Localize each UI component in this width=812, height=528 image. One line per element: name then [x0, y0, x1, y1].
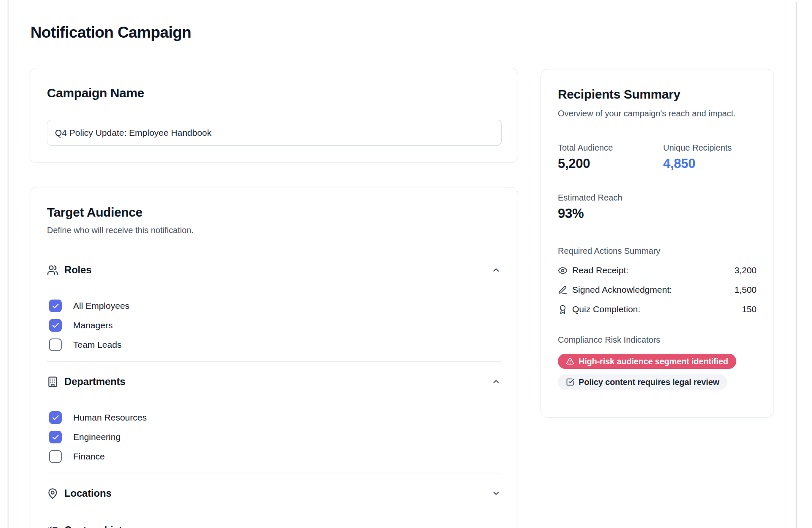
- map-pin-icon: [47, 488, 58, 499]
- award-icon: [558, 305, 568, 314]
- checkbox-all-employees[interactable]: [49, 300, 62, 312]
- compliance-label: Compliance Risk Indicators: [558, 334, 757, 345]
- option-team-leads[interactable]: Team Leads: [49, 335, 501, 355]
- content-left-border: [8, 0, 8, 528]
- required-actions-label: Required Actions Summary: [558, 245, 757, 256]
- quiz-completion-value: 150: [742, 304, 757, 314]
- target-audience-card: Target Audience Define who will receive …: [30, 187, 518, 528]
- action-row-quiz-completion: Quiz Completion: 150: [558, 300, 757, 319]
- high-risk-badge: High-risk audience segment identified: [558, 354, 736, 369]
- recipients-summary-title: Recipients Summary: [558, 86, 757, 102]
- chevron-up-icon: [491, 265, 501, 275]
- checkbox-team-leads[interactable]: [49, 338, 62, 351]
- checkbox-finance[interactable]: [49, 450, 62, 463]
- total-audience-value: 5,200: [558, 156, 663, 172]
- option-finance[interactable]: Finance: [49, 447, 501, 466]
- page-title: Notification Campaign: [30, 24, 191, 41]
- roles-options: All Employees Managers Team Leads: [47, 296, 501, 355]
- option-engineering[interactable]: Engineering: [49, 427, 501, 447]
- option-managers[interactable]: Managers: [49, 316, 501, 335]
- stat-total-audience: Total Audience 5,200: [558, 142, 663, 172]
- option-human-resources[interactable]: Human Resources: [49, 408, 501, 427]
- audience-stats: Total Audience 5,200 Unique Recipients 4…: [558, 142, 757, 172]
- estimated-reach-value: 93%: [558, 206, 757, 222]
- divider: [47, 361, 501, 362]
- divider: [47, 473, 501, 473]
- section-label-locations: Locations: [64, 487, 112, 499]
- eye-icon: [558, 266, 568, 275]
- checkbox-managers[interactable]: [49, 319, 62, 332]
- option-all-employees[interactable]: All Employees: [49, 296, 501, 316]
- check-icon: [52, 302, 60, 310]
- estimated-reach: Estimated Reach 93%: [558, 192, 757, 222]
- checkbox-engineering[interactable]: [49, 431, 62, 443]
- action-row-signed-acknowledgment: Signed Acknowledgment: 1,500: [558, 280, 757, 300]
- section-header-locations[interactable]: Locations: [47, 484, 501, 503]
- departments-options: Human Resources Engineering Finance: [47, 408, 501, 466]
- section-header-departments[interactable]: Departments: [47, 372, 501, 391]
- chevron-down-icon: [491, 489, 501, 498]
- target-audience-subtitle: Define who will receive this notificatio…: [47, 225, 501, 236]
- signed-acknowledgment-value: 1,500: [734, 285, 757, 295]
- chevron-up-icon: [491, 377, 501, 386]
- target-audience-title: Target Audience: [47, 204, 501, 220]
- section-label-roles: Roles: [64, 264, 91, 276]
- campaign-name-card: Campaign Name: [30, 68, 518, 163]
- checkbox-human-resources[interactable]: [49, 411, 62, 424]
- required-actions-summary: Required Actions Summary Read Receipt: 3…: [558, 245, 757, 319]
- recipients-summary-subtitle: Overview of your campaign's reach and im…: [558, 107, 757, 120]
- section-header-custom-lists[interactable]: Custom Lists: [47, 520, 501, 528]
- action-row-read-receipt: Read Receipt: 3,200: [558, 261, 757, 280]
- pen-icon: [558, 285, 568, 295]
- unique-recipients-value: 4,850: [663, 156, 757, 172]
- chevron-down-icon: [491, 525, 501, 528]
- square-check-icon: [566, 378, 574, 386]
- compliance-risk-indicators: Compliance Risk Indicators High-risk aud…: [558, 334, 757, 390]
- check-icon: [52, 414, 60, 422]
- building-icon: [47, 376, 58, 388]
- content-top-border: [8, 2, 796, 2]
- stat-unique-recipients: Unique Recipients 4,850: [663, 142, 757, 172]
- check-icon: [52, 433, 60, 441]
- users-icon: [47, 264, 58, 276]
- divider: [47, 510, 501, 510]
- check-icon: [52, 322, 60, 330]
- section-header-roles[interactable]: Roles: [47, 260, 501, 280]
- summary-column: Recipients Summary Overview of your camp…: [540, 69, 774, 418]
- list-checks-icon: [47, 525, 58, 528]
- alert-triangle-icon: [566, 357, 574, 366]
- read-receipt-value: 3,200: [734, 265, 757, 275]
- main-column: Campaign Name Target Audience Define who…: [30, 68, 518, 528]
- legal-review-badge: Policy content requires legal review: [558, 374, 727, 390]
- campaign-name-input[interactable]: [47, 120, 502, 146]
- recipients-summary-card: Recipients Summary Overview of your camp…: [540, 69, 774, 418]
- campaign-name-title: Campaign Name: [47, 85, 501, 101]
- section-label-departments: Departments: [64, 376, 126, 388]
- section-label-custom-lists: Custom Lists: [64, 524, 128, 528]
- content-right-border: [796, 2, 797, 528]
